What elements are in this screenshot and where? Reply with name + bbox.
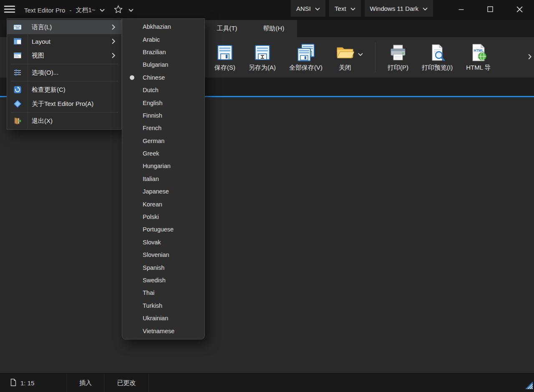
menu-item-language[interactable]: 语言(L) [7, 20, 121, 34]
toolbar-button-label: 保存(S) [214, 64, 235, 72]
language-item-label: Italian [143, 176, 159, 182]
menu-item-view[interactable]: 视图 [7, 48, 121, 63]
hamburger-menu-button[interactable] [0, 0, 19, 20]
language-item-korean[interactable]: Korean [122, 198, 204, 210]
resize-grip[interactable] [525, 374, 534, 392]
language-item-french[interactable]: French [122, 122, 204, 134]
favorites-dropdown-button[interactable] [127, 5, 135, 15]
language-item-label: Chinese [143, 74, 165, 81]
language-submenu: AbkhazianArabicBrazilianBulgarianChinese… [122, 18, 205, 339]
ribbon-tabs: 工具(T)帮助(H) [204, 20, 297, 37]
language-item-thai[interactable]: Thai [122, 286, 204, 299]
toolbar-button-content: 打印预览(I) [422, 43, 453, 72]
encoding-dropdown[interactable]: ANSI [291, 0, 325, 17]
submenu-arrow-icon [112, 24, 116, 30]
exit-icon [7, 117, 28, 125]
chevron-down-icon [315, 5, 320, 12]
chevron-down-icon [358, 53, 363, 56]
language-item-turkish[interactable]: Turkish [122, 299, 204, 312]
chevron-down-icon [100, 6, 105, 14]
menu-item-options[interactable]: 选项(O)... [7, 65, 121, 80]
language-item-label: English [143, 100, 163, 106]
language-item-label: Thai [143, 289, 154, 296]
status-bar: 1: 15 插入 已更改 [0, 373, 534, 392]
toolbar-button-save[interactable]: 保存(S) [210, 41, 240, 74]
language-item-label: Greek [143, 150, 159, 157]
save-icon [216, 43, 234, 62]
language-item-polski[interactable]: Polski [122, 211, 204, 223]
menu-item-layout[interactable]: Layout [7, 34, 121, 48]
language-item-label: Polski [143, 214, 159, 220]
language-item-chinese[interactable]: Chinese [122, 71, 204, 84]
toolbar-button-close[interactable]: 关闭 [331, 41, 368, 74]
language-item-label: Korean [143, 201, 162, 208]
caret-position-value: 1: 15 [20, 379, 34, 387]
language-item-german[interactable]: German [122, 135, 204, 147]
toolbar-button-html-export[interactable]: HTMLHTML 导 [461, 41, 495, 74]
language-item-brazilian[interactable]: Brazilian [122, 46, 204, 58]
maximize-button[interactable] [476, 0, 505, 20]
toolbar-button-print[interactable]: 打印(P) [383, 41, 413, 74]
toolbar-button-save-as[interactable]: 另存为(A) [244, 41, 280, 74]
toolbar-button-save-all[interactable]: 全部保存(V) [285, 41, 327, 74]
selected-radio-dot [130, 75, 134, 80]
language-item-spanish[interactable]: Spanish [122, 261, 204, 274]
chevron-down-icon [423, 5, 428, 12]
document-switcher-button[interactable] [98, 5, 106, 15]
language-item-swedish[interactable]: Swedish [122, 274, 204, 286]
print-icon [389, 43, 407, 62]
filetype-value: Text [335, 5, 346, 12]
caret-position-cell[interactable]: 1: 15 [0, 374, 67, 392]
editor-area[interactable] [0, 97, 534, 373]
language-item-italian[interactable]: Italian [122, 173, 204, 185]
close-button[interactable] [505, 0, 534, 20]
modified-state-value: 已更改 [117, 379, 136, 387]
favorites-button[interactable] [113, 4, 124, 17]
language-item-label: Brazilian [143, 49, 166, 55]
language-item-label: Bulgarian [143, 61, 168, 68]
toolbar-button-print-preview[interactable]: 打印预览(I) [417, 41, 457, 74]
language-item-japanese[interactable]: Japanese [122, 185, 204, 198]
language-item-hungarian[interactable]: Hungarian [122, 160, 204, 172]
language-item-label: Finnish [143, 112, 162, 119]
language-item-vietnamese[interactable]: Vietnamese [122, 324, 204, 337]
save-all-icon [297, 43, 315, 62]
minimize-button[interactable] [446, 0, 476, 20]
app-window: Text Editor Pro - 文档1~ ANSI Text Windows… [0, 0, 534, 392]
language-item-label: Japanese [143, 188, 169, 195]
menu-item-check-updates[interactable]: 检查更新(C) [7, 83, 121, 97]
language-item-bulgarian[interactable]: Bulgarian [122, 58, 204, 71]
language-item-greek[interactable]: Greek [122, 147, 204, 160]
menu-item-about[interactable]: 关于Text Editor Pro(A) [7, 97, 121, 111]
about-icon [7, 100, 28, 108]
tab-help[interactable]: 帮助(H) [250, 20, 297, 37]
toolbar-overflow-button[interactable] [528, 54, 532, 61]
language-item-abkhazian[interactable]: Abkhazian [122, 20, 204, 33]
theme-dropdown[interactable]: Windows 11 Dark [365, 0, 433, 17]
language-item-portuguese[interactable]: Portuguese [122, 223, 204, 236]
document-name[interactable]: 文档1~ [76, 6, 95, 14]
update-icon [7, 85, 28, 94]
chevron-down-icon [128, 6, 134, 14]
toolbar-button-label: 另存为(A) [249, 64, 276, 72]
language-item-label: Abkhazian [143, 23, 171, 30]
close-folder-icon [336, 43, 354, 62]
tab-tools[interactable]: 工具(T) [204, 20, 250, 37]
language-item-label: Slovenian [143, 251, 169, 258]
language-item-label: Ukrainian [143, 315, 168, 322]
language-item-slovak[interactable]: Slovak [122, 236, 204, 249]
star-icon [114, 5, 123, 15]
language-item-arabic[interactable]: Arabic [122, 33, 204, 45]
language-item-finnish[interactable]: Finnish [122, 109, 204, 122]
language-item-english[interactable]: English [122, 96, 204, 109]
menu-separator [10, 112, 118, 113]
language-item-slovenian[interactable]: Slovenian [122, 249, 204, 261]
filetype-dropdown[interactable]: Text [329, 0, 361, 17]
toolbar-button-content: HTMLHTML 导 [466, 43, 491, 72]
language-item-ukrainian[interactable]: Ukrainian [122, 312, 204, 324]
insert-mode-cell[interactable]: 插入 [67, 374, 104, 392]
language-icon [7, 23, 28, 31]
language-item-label: Spanish [143, 264, 164, 271]
language-item-dutch[interactable]: Dutch [122, 84, 204, 96]
menu-item-exit[interactable]: 退出(X) [7, 114, 121, 128]
